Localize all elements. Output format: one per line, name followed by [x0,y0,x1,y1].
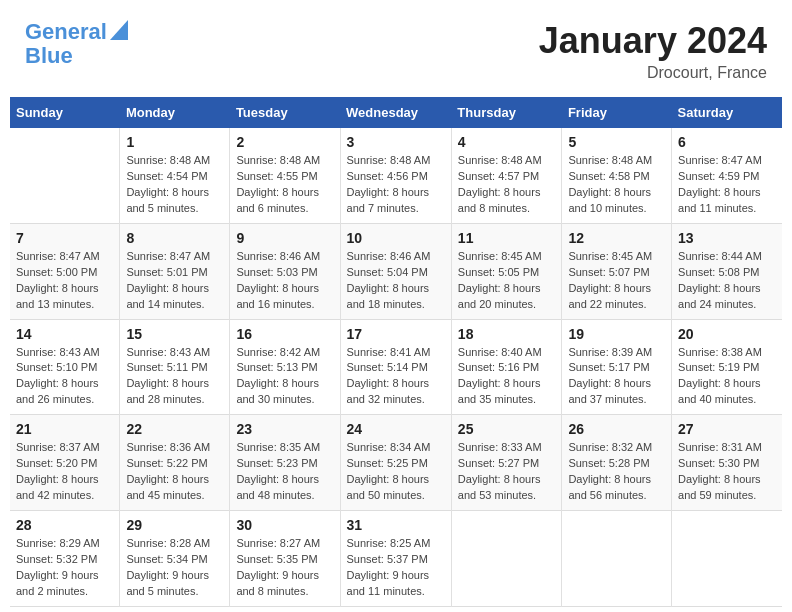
calendar-cell: 16Sunrise: 8:42 AM Sunset: 5:13 PM Dayli… [230,319,340,415]
calendar-cell: 22Sunrise: 8:36 AM Sunset: 5:22 PM Dayli… [120,415,230,511]
day-info: Sunrise: 8:39 AM Sunset: 5:17 PM Dayligh… [568,345,665,409]
calendar-cell: 13Sunrise: 8:44 AM Sunset: 5:08 PM Dayli… [672,223,782,319]
week-row-1: 1Sunrise: 8:48 AM Sunset: 4:54 PM Daylig… [10,128,782,223]
day-info: Sunrise: 8:46 AM Sunset: 5:03 PM Dayligh… [236,249,333,313]
day-info: Sunrise: 8:47 AM Sunset: 5:00 PM Dayligh… [16,249,113,313]
day-info: Sunrise: 8:48 AM Sunset: 4:57 PM Dayligh… [458,153,556,217]
day-number: 9 [236,230,333,246]
day-info: Sunrise: 8:27 AM Sunset: 5:35 PM Dayligh… [236,536,333,600]
day-number: 15 [126,326,223,342]
day-info: Sunrise: 8:34 AM Sunset: 5:25 PM Dayligh… [347,440,445,504]
day-number: 16 [236,326,333,342]
calendar-cell: 8Sunrise: 8:47 AM Sunset: 5:01 PM Daylig… [120,223,230,319]
day-number: 3 [347,134,445,150]
day-info: Sunrise: 8:28 AM Sunset: 5:34 PM Dayligh… [126,536,223,600]
day-info: Sunrise: 8:32 AM Sunset: 5:28 PM Dayligh… [568,440,665,504]
calendar-cell: 30Sunrise: 8:27 AM Sunset: 5:35 PM Dayli… [230,511,340,607]
week-row-3: 14Sunrise: 8:43 AM Sunset: 5:10 PM Dayli… [10,319,782,415]
logo-text-line2: Blue [25,44,73,68]
month-title: January 2024 [539,20,767,62]
calendar-cell: 11Sunrise: 8:45 AM Sunset: 5:05 PM Dayli… [451,223,562,319]
day-info: Sunrise: 8:48 AM Sunset: 4:56 PM Dayligh… [347,153,445,217]
week-row-4: 21Sunrise: 8:37 AM Sunset: 5:20 PM Dayli… [10,415,782,511]
weekday-header-saturday: Saturday [672,97,782,128]
calendar-cell: 12Sunrise: 8:45 AM Sunset: 5:07 PM Dayli… [562,223,672,319]
day-info: Sunrise: 8:47 AM Sunset: 4:59 PM Dayligh… [678,153,776,217]
calendar-cell [562,511,672,607]
title-section: January 2024 Drocourt, France [539,20,767,82]
day-number: 24 [347,421,445,437]
day-info: Sunrise: 8:31 AM Sunset: 5:30 PM Dayligh… [678,440,776,504]
day-number: 12 [568,230,665,246]
calendar-cell: 4Sunrise: 8:48 AM Sunset: 4:57 PM Daylig… [451,128,562,223]
calendar-cell: 5Sunrise: 8:48 AM Sunset: 4:58 PM Daylig… [562,128,672,223]
day-number: 5 [568,134,665,150]
calendar-cell: 24Sunrise: 8:34 AM Sunset: 5:25 PM Dayli… [340,415,451,511]
calendar-cell: 6Sunrise: 8:47 AM Sunset: 4:59 PM Daylig… [672,128,782,223]
day-info: Sunrise: 8:42 AM Sunset: 5:13 PM Dayligh… [236,345,333,409]
day-info: Sunrise: 8:36 AM Sunset: 5:22 PM Dayligh… [126,440,223,504]
calendar-cell: 20Sunrise: 8:38 AM Sunset: 5:19 PM Dayli… [672,319,782,415]
day-info: Sunrise: 8:43 AM Sunset: 5:10 PM Dayligh… [16,345,113,409]
weekday-header-wednesday: Wednesday [340,97,451,128]
week-row-5: 28Sunrise: 8:29 AM Sunset: 5:32 PM Dayli… [10,511,782,607]
day-info: Sunrise: 8:37 AM Sunset: 5:20 PM Dayligh… [16,440,113,504]
calendar-cell: 25Sunrise: 8:33 AM Sunset: 5:27 PM Dayli… [451,415,562,511]
day-number: 17 [347,326,445,342]
day-number: 31 [347,517,445,533]
calendar-cell: 27Sunrise: 8:31 AM Sunset: 5:30 PM Dayli… [672,415,782,511]
calendar-cell: 9Sunrise: 8:46 AM Sunset: 5:03 PM Daylig… [230,223,340,319]
day-number: 14 [16,326,113,342]
week-row-2: 7Sunrise: 8:47 AM Sunset: 5:00 PM Daylig… [10,223,782,319]
weekday-header-thursday: Thursday [451,97,562,128]
day-number: 11 [458,230,556,246]
day-info: Sunrise: 8:48 AM Sunset: 4:55 PM Dayligh… [236,153,333,217]
day-number: 8 [126,230,223,246]
calendar-table: SundayMondayTuesdayWednesdayThursdayFrid… [10,97,782,607]
calendar-cell: 28Sunrise: 8:29 AM Sunset: 5:32 PM Dayli… [10,511,120,607]
calendar-cell: 26Sunrise: 8:32 AM Sunset: 5:28 PM Dayli… [562,415,672,511]
calendar-cell: 21Sunrise: 8:37 AM Sunset: 5:20 PM Dayli… [10,415,120,511]
day-number: 27 [678,421,776,437]
day-number: 30 [236,517,333,533]
weekday-header-sunday: Sunday [10,97,120,128]
calendar-cell: 29Sunrise: 8:28 AM Sunset: 5:34 PM Dayli… [120,511,230,607]
day-number: 10 [347,230,445,246]
logo-arrow-icon [110,20,128,40]
calendar-cell: 17Sunrise: 8:41 AM Sunset: 5:14 PM Dayli… [340,319,451,415]
calendar-cell: 31Sunrise: 8:25 AM Sunset: 5:37 PM Dayli… [340,511,451,607]
svg-marker-0 [110,20,128,40]
day-info: Sunrise: 8:38 AM Sunset: 5:19 PM Dayligh… [678,345,776,409]
day-number: 7 [16,230,113,246]
day-number: 4 [458,134,556,150]
page-header: General Blue January 2024 Drocourt, Fran… [10,10,782,87]
day-info: Sunrise: 8:43 AM Sunset: 5:11 PM Dayligh… [126,345,223,409]
day-number: 13 [678,230,776,246]
day-info: Sunrise: 8:48 AM Sunset: 4:58 PM Dayligh… [568,153,665,217]
weekday-header-friday: Friday [562,97,672,128]
calendar-cell [672,511,782,607]
day-info: Sunrise: 8:46 AM Sunset: 5:04 PM Dayligh… [347,249,445,313]
calendar-cell [451,511,562,607]
day-info: Sunrise: 8:44 AM Sunset: 5:08 PM Dayligh… [678,249,776,313]
calendar-cell: 19Sunrise: 8:39 AM Sunset: 5:17 PM Dayli… [562,319,672,415]
day-number: 22 [126,421,223,437]
day-info: Sunrise: 8:47 AM Sunset: 5:01 PM Dayligh… [126,249,223,313]
day-info: Sunrise: 8:33 AM Sunset: 5:27 PM Dayligh… [458,440,556,504]
day-info: Sunrise: 8:29 AM Sunset: 5:32 PM Dayligh… [16,536,113,600]
calendar-cell [10,128,120,223]
calendar-cell: 18Sunrise: 8:40 AM Sunset: 5:16 PM Dayli… [451,319,562,415]
calendar-cell: 10Sunrise: 8:46 AM Sunset: 5:04 PM Dayli… [340,223,451,319]
location: Drocourt, France [539,64,767,82]
calendar-cell: 2Sunrise: 8:48 AM Sunset: 4:55 PM Daylig… [230,128,340,223]
weekday-header-monday: Monday [120,97,230,128]
day-number: 29 [126,517,223,533]
weekday-header-row: SundayMondayTuesdayWednesdayThursdayFrid… [10,97,782,128]
logo-text-line1: General [25,20,107,44]
day-info: Sunrise: 8:41 AM Sunset: 5:14 PM Dayligh… [347,345,445,409]
calendar-cell: 3Sunrise: 8:48 AM Sunset: 4:56 PM Daylig… [340,128,451,223]
day-info: Sunrise: 8:45 AM Sunset: 5:07 PM Dayligh… [568,249,665,313]
day-number: 28 [16,517,113,533]
calendar-cell: 14Sunrise: 8:43 AM Sunset: 5:10 PM Dayli… [10,319,120,415]
day-number: 2 [236,134,333,150]
